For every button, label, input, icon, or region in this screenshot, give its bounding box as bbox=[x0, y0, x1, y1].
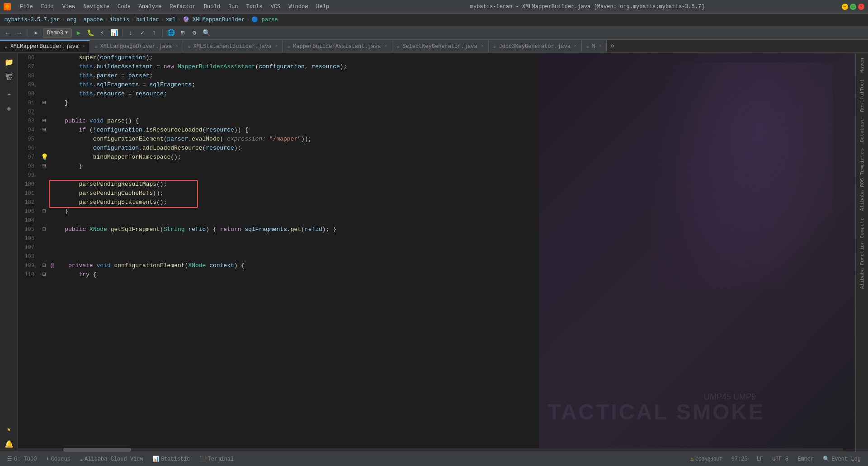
code-line-92: 92 bbox=[18, 108, 855, 117]
tab-close-icon5[interactable]: × bbox=[481, 44, 484, 49]
tab-jdbc3keygenerator[interactable]: ☕ Jdbc3KeyGenerator.java × bbox=[489, 40, 582, 52]
forward-button[interactable]: → bbox=[14, 28, 24, 38]
menu-code[interactable]: Code bbox=[114, 3, 134, 11]
menu-window[interactable]: Window bbox=[285, 3, 311, 11]
menu-tools[interactable]: Tools bbox=[243, 3, 266, 11]
codeup-label: Codeup bbox=[51, 456, 71, 462]
sidebar-ros-templates[interactable]: Alibaba ROS Templates bbox=[859, 146, 866, 214]
sidebar-item-unknown[interactable]: ◈ bbox=[2, 101, 16, 116]
tab-close-icon7[interactable]: × bbox=[599, 44, 602, 49]
status-event-log[interactable]: 🔍 Event Log bbox=[819, 455, 864, 463]
tab-n[interactable]: ☕ N × bbox=[582, 40, 607, 52]
status-todo[interactable]: ☰ 6: TODO bbox=[4, 455, 40, 463]
code-line-95: 95 configurationElement(parser.evalNode(… bbox=[18, 135, 855, 144]
vcs-update-button[interactable]: ↓ bbox=[126, 28, 136, 38]
status-codeup[interactable]: ⬆ Codeup bbox=[42, 455, 74, 463]
menu-analyze[interactable]: Analyze bbox=[135, 3, 165, 11]
code-line-100: 100 parsePendingResultMaps(); bbox=[18, 180, 855, 189]
horizontal-scrollbar[interactable] bbox=[18, 448, 843, 452]
sidebar-maven[interactable]: Maven bbox=[859, 55, 866, 75]
menu-build[interactable]: Build bbox=[200, 3, 224, 11]
menu-run[interactable]: Run bbox=[225, 3, 242, 11]
alibaba-cloud-label: Alibaba Cloud View bbox=[85, 456, 143, 462]
sidebar-item-cloud[interactable]: ☁ bbox=[2, 86, 16, 100]
tab-close-icon[interactable]: × bbox=[82, 44, 85, 49]
bulb-icon[interactable]: 💡 bbox=[41, 153, 48, 162]
run-config-button[interactable]: ▶ bbox=[31, 28, 41, 38]
breadcrumb-class[interactable]: 🔮 XMLMapperBuilder bbox=[183, 16, 245, 23]
code-line-93: 93 ⊟ public void parse() { bbox=[18, 117, 855, 126]
minimize-button[interactable]: ─ bbox=[842, 4, 848, 10]
breadcrumb-method[interactable]: 🔵 parse bbox=[251, 16, 278, 23]
java-file-icon3: ☕ bbox=[188, 43, 191, 49]
code-line-96: 96 configuration.addLoadedResource(resou… bbox=[18, 144, 855, 153]
tab-close-icon4[interactable]: × bbox=[384, 44, 387, 49]
tab-close-icon2[interactable]: × bbox=[175, 44, 178, 49]
status-alibaba-cloud[interactable]: ☁ Alibaba Cloud View bbox=[76, 455, 147, 463]
menu-view[interactable]: View bbox=[59, 3, 79, 11]
sidebar-item-notifications[interactable]: 🔔 bbox=[2, 437, 16, 452]
tab-close-icon3[interactable]: × bbox=[275, 44, 278, 49]
breadcrumb-builder[interactable]: builder bbox=[136, 17, 159, 23]
maximize-button[interactable]: □ bbox=[850, 4, 856, 10]
code-line-106: 106 bbox=[18, 234, 855, 243]
breadcrumb-org[interactable]: org bbox=[67, 17, 77, 23]
editor-tabs: ☕ XMLMapperBuilder.java × ☕ XMLLanguageD… bbox=[0, 40, 868, 53]
layout-button[interactable]: ⊞ bbox=[178, 28, 188, 38]
code-line-105: 105 ⊟ public XNode getSqlFragment(String… bbox=[18, 225, 855, 234]
code-line-99: 99 bbox=[18, 171, 855, 180]
breadcrumb-xml[interactable]: xml bbox=[166, 17, 176, 23]
sidebar-item-project[interactable]: 📁 bbox=[2, 55, 16, 70]
sidebar-function-compute[interactable]: Alibaba Function Compute bbox=[859, 215, 866, 292]
tab-mapperbuilderassistant[interactable]: ☕ MapperBuilderAssistant.java × bbox=[283, 40, 392, 52]
status-git[interactable]: ⚠ CSDN@dOUT bbox=[687, 455, 726, 463]
run-config-dropdown[interactable]: Demo3 ▼ bbox=[43, 28, 72, 38]
tab-selectkeygenerator[interactable]: ☕ SelectKeyGenerator.java × bbox=[392, 40, 489, 52]
status-statistic[interactable]: 📊 Statistic bbox=[149, 455, 194, 463]
menu-vcs[interactable]: VCS bbox=[267, 3, 284, 11]
java-file-icon: ☕ bbox=[5, 44, 8, 50]
debug-button[interactable]: 🐛 bbox=[85, 28, 95, 38]
breadcrumb-apache[interactable]: apache bbox=[83, 17, 103, 23]
breadcrumb-ibatis[interactable]: ibatis bbox=[110, 17, 129, 23]
line-ending-label: LF bbox=[757, 456, 763, 462]
tab-close-icon6[interactable]: × bbox=[574, 44, 577, 49]
coverage-button[interactable]: ⚡ bbox=[97, 28, 107, 38]
close-button[interactable]: × bbox=[858, 4, 864, 10]
breadcrumb-jar[interactable]: mybatis-3.5.7.jar bbox=[5, 17, 60, 23]
search-everywhere-button[interactable]: 🔍 bbox=[201, 28, 211, 38]
settings-button[interactable]: ⚙ bbox=[189, 28, 199, 38]
tab-xmllanguagedriver[interactable]: ☕ XMLLanguageDriver.java × bbox=[90, 40, 183, 52]
vcs-commit-button[interactable]: ✓ bbox=[137, 28, 147, 38]
sidebar-database[interactable]: Database bbox=[859, 116, 866, 145]
left-sidebar: 📁 🏗 ☁ ◈ ★ 🔔 bbox=[0, 53, 18, 452]
status-line-ending[interactable]: LF bbox=[753, 455, 767, 463]
tab-xmlstatementbuilder[interactable]: ☕ XMLStatementBuilder.java × bbox=[183, 40, 283, 52]
code-scroll-area[interactable]: 86 super(configuration); 87 this.builder… bbox=[18, 53, 855, 279]
vcs-push-button[interactable]: ↑ bbox=[149, 28, 159, 38]
statistic-icon: 📊 bbox=[152, 456, 159, 462]
code-line-101: 101 parsePendingCacheRefs(); bbox=[18, 189, 855, 198]
code-line-102: 102 parsePendingStatements(); bbox=[18, 198, 855, 207]
run-button[interactable]: ▶ bbox=[74, 28, 84, 38]
scrollbar-thumb[interactable] bbox=[63, 448, 131, 452]
sidebar-item-structure[interactable]: 🏗 bbox=[2, 71, 16, 85]
sidebar-item-favorites[interactable]: ★ bbox=[2, 422, 16, 436]
status-encoding[interactable]: UTF-8 bbox=[769, 455, 792, 463]
translate-button[interactable]: 🌐 bbox=[166, 28, 176, 38]
profile-button[interactable]: 📊 bbox=[109, 28, 119, 38]
back-button[interactable]: ← bbox=[3, 28, 13, 38]
menu-refactor[interactable]: Refactor bbox=[166, 3, 199, 11]
menu-help[interactable]: Help bbox=[312, 3, 333, 11]
tabs-overflow-button[interactable]: » bbox=[607, 40, 618, 52]
status-cursor[interactable]: 97:25 bbox=[728, 455, 751, 463]
sidebar-restfultool[interactable]: RestfulTool bbox=[859, 76, 866, 115]
status-indent[interactable]: Ember bbox=[794, 455, 817, 463]
menu-navigate[interactable]: Navigate bbox=[80, 3, 113, 11]
menu-edit[interactable]: Edit bbox=[38, 3, 58, 11]
code-line-94: 94 ⊟ if (!configuration.isResourceLoaded… bbox=[18, 126, 855, 135]
status-terminal[interactable]: ⬛ Terminal bbox=[196, 455, 238, 463]
menu-file[interactable]: File bbox=[16, 3, 37, 11]
code-editor: TACTICAL SMOKE UMP45 UMP9 86 super(confi… bbox=[18, 53, 855, 452]
tab-xmlmapperbuilder[interactable]: ☕ XMLMapperBuilder.java × bbox=[0, 40, 90, 52]
